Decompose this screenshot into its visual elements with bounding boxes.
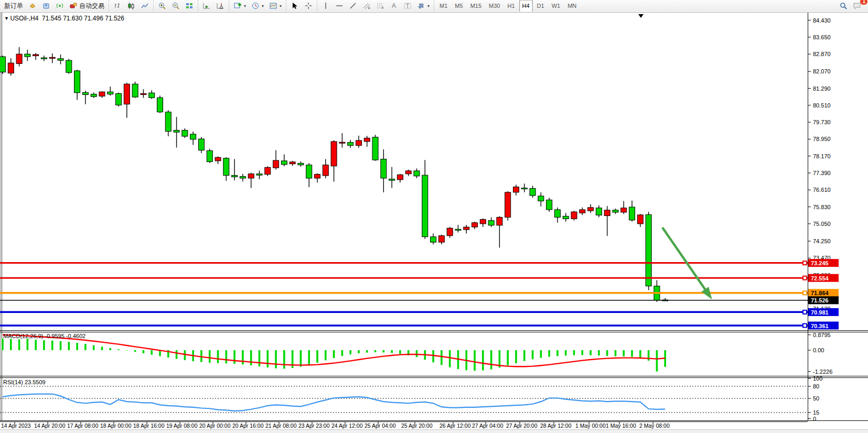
svg-text:70.361: 70.361 (811, 323, 829, 329)
candle-body (223, 158, 229, 176)
time-tick-label: 1 May 00:00 (575, 423, 606, 429)
candle-body (248, 174, 254, 178)
auto-scroll-button[interactable] (200, 0, 213, 12)
time-tick-label: 26 Apr 12:00 (440, 423, 471, 429)
line-anchor-marker[interactable] (803, 310, 807, 314)
new-order-button[interactable]: 新订单 (2, 0, 26, 12)
bar-chart-button[interactable] (111, 0, 124, 12)
new-order-label: 新订单 (4, 2, 23, 10)
price-tick-label: 79.730 (813, 119, 831, 125)
candle-body (174, 130, 179, 132)
symbol-dropdown-icon[interactable]: ▼ (4, 16, 10, 21)
price-tick-label: 80.510 (813, 102, 831, 109)
shapes-icon (417, 2, 425, 10)
timeframe-M5[interactable]: M5 (452, 0, 466, 12)
gold-badge-icon (28, 2, 37, 10)
candlestick-chart-button[interactable] (124, 0, 138, 12)
chart-canvas[interactable]: 84.43083.65082.87082.07081.29080.51079.7… (0, 12, 868, 433)
candle-body (472, 223, 478, 227)
macd-axis-label: 0.00 (813, 347, 824, 353)
candle-body (99, 92, 105, 96)
trendline-button[interactable] (346, 0, 360, 12)
candle-body (389, 179, 395, 180)
timeframe-M1[interactable]: M1 (436, 0, 451, 12)
gold-badge-button[interactable] (26, 0, 39, 12)
fibonacci-icon: F (376, 2, 384, 10)
chevron-down-icon: ▾ (280, 4, 282, 8)
candle-body (356, 140, 361, 146)
chart-shift-button[interactable] (213, 0, 227, 12)
crosshair-button[interactable] (302, 0, 315, 12)
time-tick-label: 20 Apr 16:00 (232, 423, 264, 429)
price-tick-label: 78.170 (813, 153, 831, 159)
candle-body (348, 143, 353, 146)
time-tick-label: 20 Apr 00:00 (199, 423, 231, 429)
timeframe-W1[interactable]: W1 (549, 0, 564, 12)
timeframe-M15[interactable]: M15 (467, 0, 485, 12)
candle-body (521, 188, 527, 189)
price-tick-label: 81.290 (813, 85, 831, 92)
line-chart-button[interactable] (138, 0, 152, 12)
timeframe-H4[interactable]: H4 (519, 0, 533, 12)
timeframe-group: M1M5M15M30H1H4D1W1MN (434, 0, 582, 12)
indicators-button[interactable]: ▾ (231, 0, 249, 12)
search-button[interactable] (837, 0, 850, 12)
fibonacci-button[interactable]: F (373, 0, 387, 12)
tile-windows-button[interactable] (183, 0, 196, 12)
candle-body (0, 57, 6, 72)
candle-body (149, 93, 155, 98)
candle-body (290, 162, 295, 164)
candle-body (339, 142, 345, 143)
svg-text:71.526: 71.526 (811, 297, 829, 304)
timeframe-H1[interactable]: H1 (504, 0, 518, 12)
cursor-button[interactable] (288, 0, 302, 12)
candle-body (629, 207, 635, 220)
zoom-out-button[interactable] (169, 0, 183, 12)
vertical-line-button[interactable] (319, 0, 333, 12)
price-tick-label: 76.610 (813, 187, 831, 193)
timeframe-M30[interactable]: M30 (486, 0, 503, 12)
timeframe-D1[interactable]: D1 (534, 0, 548, 12)
zoom-in-button[interactable] (155, 0, 169, 12)
candle-body (182, 130, 188, 136)
time-tick-label: 27 Apr 20:00 (506, 423, 538, 429)
templates-button[interactable]: ▾ (266, 0, 284, 12)
accounts-button[interactable] (39, 0, 53, 12)
time-tick-label: 21 Apr 08:00 (265, 423, 297, 429)
label-button[interactable]: T (401, 0, 414, 12)
line-anchor-marker[interactable] (803, 291, 807, 295)
candle-body (215, 157, 221, 161)
timeframe-MN[interactable]: MN (564, 0, 580, 12)
candle-body (232, 176, 238, 177)
chevron-down-icon: ▾ (427, 4, 430, 8)
candle-body (554, 210, 560, 217)
time-tick-label: 28 Apr 12:00 (540, 423, 572, 429)
candle-body (58, 59, 63, 60)
candle-body (405, 171, 411, 174)
candle-body (190, 134, 196, 139)
notifications-button[interactable]: 1 (850, 0, 865, 12)
channel-icon: E (362, 2, 371, 10)
window-bottom-edge (0, 429, 868, 433)
line-anchor-marker[interactable] (803, 276, 807, 280)
periods-button[interactable]: ▾ (249, 0, 266, 12)
signal-button[interactable] (53, 0, 67, 12)
candle-body (438, 236, 444, 242)
candle-body (132, 84, 138, 97)
line-anchor-marker[interactable] (803, 324, 807, 328)
candle-body (604, 210, 610, 216)
horizontal-line-button[interactable] (333, 0, 346, 12)
shapes-button[interactable]: ▾ (414, 0, 432, 12)
auto-trading-button[interactable]: 自动交易 (67, 0, 107, 12)
time-tick-label: 17 Apr 08:00 (67, 423, 99, 429)
text-button[interactable]: A (387, 0, 401, 12)
candle-body (464, 227, 469, 230)
line-anchor-marker[interactable] (803, 261, 807, 265)
price-tick-label: 77.390 (813, 170, 831, 176)
accounts-icon (42, 2, 50, 10)
svg-text:72.554: 72.554 (811, 275, 829, 282)
channel-button[interactable]: E (360, 0, 373, 12)
notification-badge: 1 (860, 0, 867, 5)
chevron-down-icon: ▾ (262, 4, 264, 8)
candle-body (49, 57, 55, 58)
